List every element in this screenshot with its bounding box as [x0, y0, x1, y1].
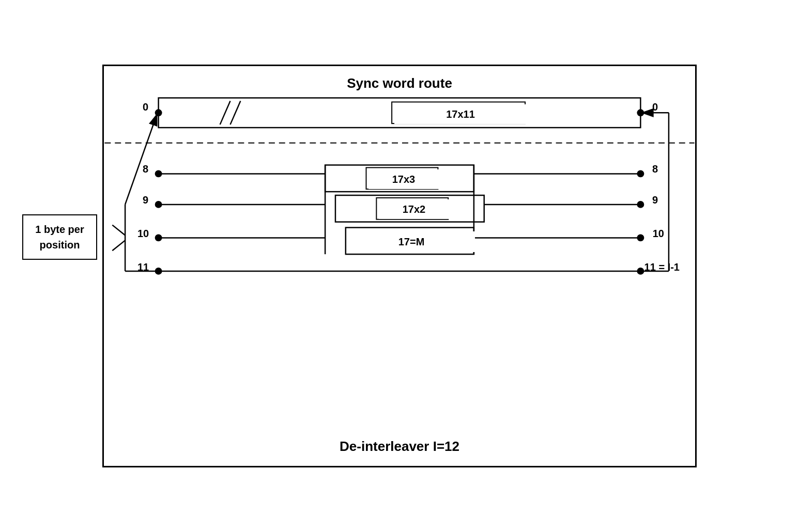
svg-point-6	[637, 109, 644, 116]
deinterleaver-label: De-interleaver I=12	[340, 439, 459, 455]
svg-line-3	[231, 101, 241, 124]
row-label-9-left: 9	[143, 194, 148, 206]
main-box: Sync word route 17x11 0 0 8 8 9 9 10 10	[102, 65, 697, 467]
svg-point-9	[155, 170, 162, 177]
svg-point-5	[155, 109, 162, 116]
delay-block-17x2-label: 17x2	[379, 199, 449, 219]
svg-line-37	[112, 240, 125, 251]
svg-point-21	[155, 234, 162, 241]
diagram-wrapper: Sync word route 17x11 0 0 8 8 9 9 10 10	[64, 44, 735, 488]
row-label-10-left: 10	[137, 228, 149, 240]
svg-point-15	[155, 201, 162, 208]
row-label-8-right: 8	[652, 163, 658, 175]
svg-line-2	[220, 101, 231, 124]
svg-line-36	[112, 225, 125, 236]
row-label-10-right: 10	[653, 228, 664, 240]
svg-point-22	[637, 234, 644, 241]
sync-block-label: 17x11	[394, 104, 527, 124]
row-label-9-right: 9	[652, 194, 658, 206]
row-label-11-right: 11 = I-1	[644, 261, 680, 273]
svg-point-10	[637, 170, 644, 177]
svg-line-31	[125, 114, 157, 205]
sync-label: Sync word route	[347, 75, 452, 91]
byte-per-position-box: 1 byte per position	[22, 214, 97, 260]
row-label-0-right: 0	[652, 101, 658, 113]
delay-block-17M-label: 17=M	[348, 231, 475, 252]
svg-overlay	[104, 66, 695, 466]
row-label-11-left: 11	[137, 261, 149, 273]
svg-point-16	[637, 201, 644, 208]
row-label-0-left: 0	[143, 101, 148, 113]
delay-block-17x3-label: 17x3	[368, 169, 439, 189]
svg-point-26	[637, 268, 644, 275]
svg-point-25	[155, 268, 162, 275]
row-label-8-left: 8	[143, 163, 148, 175]
